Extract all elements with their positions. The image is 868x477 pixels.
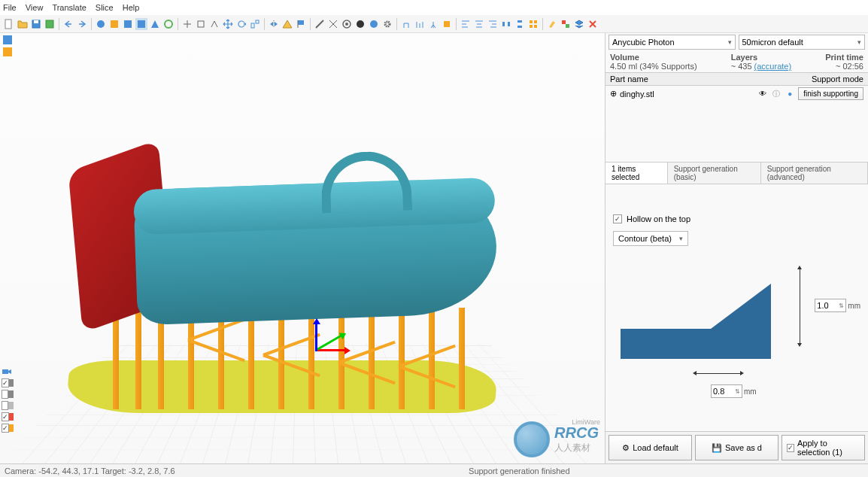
x-icon[interactable]: [587, 18, 599, 30]
finish-supporting-button[interactable]: finish supporting: [798, 87, 863, 100]
sphere-icon[interactable]: [368, 18, 380, 30]
view-mode-5-icon[interactable]: [149, 18, 161, 30]
tab-support-basic[interactable]: Support generation (basic): [668, 163, 761, 184]
scale-icon[interactable]: [249, 18, 261, 30]
vp-toggle-4[interactable]: ✓: [2, 412, 14, 422]
menu-slice[interactable]: Slice: [96, 3, 114, 12]
layers-accurate-link[interactable]: (accurate): [754, 62, 792, 71]
mirror-icon[interactable]: [268, 18, 280, 30]
paint-icon[interactable]: [546, 18, 558, 30]
svg-rect-33: [2, 369, 8, 374]
vp-toggle-5[interactable]: ✓: [2, 423, 14, 433]
load-default-button[interactable]: ⚙ Load default: [609, 435, 692, 460]
part-visibility-icon[interactable]: 👁: [757, 89, 768, 99]
apply-checkbox[interactable]: ✓: [787, 444, 794, 452]
printer-select[interactable]: Anycubic Photon: [609, 35, 736, 50]
warning-icon[interactable]: [281, 18, 293, 30]
tool-a-icon[interactable]: [181, 18, 193, 30]
vp-toggle-2[interactable]: [2, 389, 14, 400]
svg-rect-26: [534, 20, 537, 23]
vp-camera-icon[interactable]: [2, 366, 14, 377]
tool-c-icon[interactable]: [208, 18, 220, 30]
volume-value: 4.50 ml (34% Supports): [610, 62, 697, 71]
gizmo-x-axis[interactable]: [316, 349, 346, 351]
save-icon[interactable]: [30, 18, 42, 30]
grid-icon[interactable]: [527, 18, 539, 30]
support-a-icon[interactable]: [400, 18, 412, 30]
export-icon[interactable]: [44, 18, 56, 30]
vp-icon-2[interactable]: [2, 47, 14, 57]
horizontal-dimension-input[interactable]: 0.8⇅ mm: [711, 384, 757, 398]
distribute-v-icon[interactable]: [514, 18, 526, 30]
svg-rect-32: [3, 47, 12, 56]
svg-point-16: [345, 23, 348, 26]
parts-list-header: Part name Support mode: [605, 72, 868, 86]
part-info-icon[interactable]: ⓘ: [771, 89, 782, 99]
align-right-icon[interactable]: [487, 18, 499, 30]
status-camera: Camera: -54.2, 44.3, 17.1 Target: -3.2, …: [5, 466, 175, 475]
tab-selected-items[interactable]: 1 items selected: [605, 163, 668, 184]
new-icon[interactable]: [3, 18, 15, 30]
support-d-icon[interactable]: [441, 18, 453, 30]
undo-icon[interactable]: [62, 18, 74, 30]
support-b-icon[interactable]: [414, 18, 426, 30]
svg-rect-29: [562, 20, 566, 24]
align-left-icon[interactable]: [460, 18, 472, 30]
profile-select[interactable]: 50micron default: [739, 35, 866, 50]
color-icon[interactable]: [560, 18, 572, 30]
view-mode-6-icon[interactable]: [162, 18, 175, 30]
menu-help[interactable]: Help: [123, 3, 140, 12]
svg-point-19: [385, 22, 390, 26]
align-center-icon[interactable]: [473, 18, 485, 30]
volume-label: Volume: [610, 53, 697, 62]
move-icon[interactable]: [222, 18, 234, 30]
cut-icon[interactable]: [327, 18, 339, 30]
svg-rect-6: [124, 20, 132, 28]
properties-panel: Anycubic Photon 50micron default Volume …: [605, 33, 868, 463]
part-row[interactable]: ⊕ dinghy.stl 👁 ⓘ ● finish supporting: [605, 86, 868, 102]
tool-b-icon[interactable]: [195, 18, 207, 30]
flag-icon[interactable]: [295, 18, 307, 30]
3d-viewport[interactable]: ✓ ✓ ✓: [0, 33, 605, 463]
open-icon[interactable]: [17, 18, 29, 30]
view-mode-3-icon[interactable]: [122, 18, 134, 30]
redo-icon[interactable]: [76, 18, 88, 30]
vp-toggle-3[interactable]: [2, 400, 14, 411]
disk-icon: 💾: [712, 443, 722, 453]
svg-marker-34: [621, 284, 771, 359]
svg-rect-30: [566, 24, 569, 28]
support-c-icon[interactable]: [427, 18, 439, 30]
bottom-button-bar: ⚙ Load default 💾 Save as d ✓ Apply to se…: [605, 431, 868, 463]
hollow-on-top-checkbox[interactable]: ✓ Hollow on the top: [613, 214, 860, 223]
svg-rect-11: [251, 23, 254, 28]
vp-icon-1[interactable]: [2, 35, 14, 45]
contour-select[interactable]: Contour (beta): [613, 231, 688, 246]
vertical-dimension-input[interactable]: 1.0⇅ mm: [815, 299, 860, 312]
gear-icon[interactable]: [381, 18, 393, 30]
layers-value: ~ 435: [731, 62, 752, 71]
view-mode-1-icon[interactable]: [95, 18, 107, 30]
menu-file[interactable]: File: [3, 3, 17, 12]
tab-support-advanced[interactable]: Support generation (advanced): [761, 163, 868, 184]
part-expand-icon[interactable]: ⊕: [610, 89, 617, 99]
hollow-icon[interactable]: [341, 18, 353, 30]
menu-view[interactable]: View: [26, 3, 44, 12]
svg-rect-0: [5, 20, 11, 29]
fill-icon[interactable]: [354, 18, 366, 30]
svg-point-17: [357, 20, 364, 28]
apply-to-selection-button[interactable]: ✓ Apply to selection (1): [782, 435, 865, 460]
svg-rect-2: [34, 20, 38, 23]
gizmo-z-axis[interactable]: [315, 323, 317, 351]
horizontal-dimension-arrow: [696, 373, 741, 374]
measure-icon[interactable]: [314, 18, 326, 30]
layers-icon[interactable]: [573, 18, 585, 30]
save-as-default-button[interactable]: 💾 Save as d: [695, 435, 778, 460]
view-mode-2-icon[interactable]: [108, 18, 120, 30]
part-status-icon: ●: [785, 89, 795, 99]
view-mode-4-icon[interactable]: [135, 18, 147, 30]
distribute-h-icon[interactable]: [500, 18, 512, 30]
rotate-icon[interactable]: [235, 18, 247, 30]
statusbar: Camera: -54.2, 44.3, 17.1 Target: -3.2, …: [0, 463, 868, 477]
vp-toggle-1[interactable]: ✓: [2, 378, 14, 388]
menu-translate[interactable]: Translate: [52, 3, 86, 12]
